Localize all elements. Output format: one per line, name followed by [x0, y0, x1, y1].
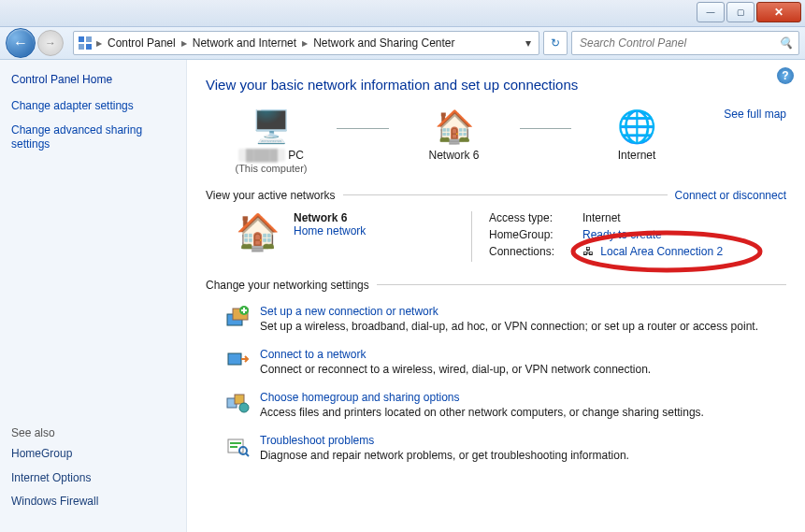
change-adapter-settings-link[interactable]: Change adapter settings — [11, 99, 175, 114]
search-box[interactable]: 🔍 — [571, 31, 799, 55]
house-icon: 🏠 — [435, 108, 474, 145]
change-settings-heading: Change your networking settings — [206, 279, 786, 292]
internet-label: Internet — [618, 149, 656, 162]
see-also-homegroup[interactable]: HomeGroup — [11, 447, 175, 462]
connect-network-desc: Connect or reconnect to a wireless, wire… — [260, 363, 651, 376]
forward-button[interactable]: → — [37, 30, 64, 56]
control-panel-icon — [78, 36, 93, 50]
see-also-internet-options[interactable]: Internet Options — [11, 471, 175, 486]
see-also-windows-firewall[interactable]: Windows Firewall — [11, 495, 175, 510]
network-map: See full map 🖥️ ████ PC (This computer) … — [206, 108, 786, 176]
minimize-button[interactable]: — — [697, 2, 725, 22]
ethernet-icon: 🖧 — [582, 245, 594, 258]
homegroup-label: HomeGroup: — [489, 228, 582, 241]
pc-sub: (This computer) — [235, 163, 307, 174]
change-advanced-sharing-link[interactable]: Change advanced sharing settings — [11, 123, 175, 152]
see-full-map-link[interactable]: See full map — [724, 108, 786, 121]
address-dropdown-icon[interactable]: ▾ — [522, 36, 535, 50]
page-title: View your basic network information and … — [206, 77, 786, 93]
see-also-label: See also — [11, 426, 175, 439]
close-button[interactable]: ✕ — [756, 2, 801, 22]
crumb-sep: ▶ — [300, 39, 309, 48]
active-networks-heading: View your active networks Connect or dis… — [206, 189, 786, 202]
computer-icon: 🖥️ — [252, 108, 291, 145]
setup-connection-desc: Set up a wireless, broadband, dial-up, a… — [260, 320, 758, 333]
access-type-value: Internet — [582, 211, 621, 224]
sidebar: Control Panel Home Change adapter settin… — [0, 60, 187, 532]
network-house-icon: 🏠 — [234, 211, 280, 252]
homegroup-options-desc: Access files and printers located on oth… — [260, 406, 704, 419]
connection-link[interactable]: Local Area Connection 2 — [600, 245, 723, 258]
connections-label: Connections: — [489, 245, 582, 258]
svg-rect-2 — [79, 44, 84, 50]
crumb-sharing-center[interactable]: Network and Sharing Center — [309, 36, 458, 50]
active-network-name: Network 6 — [294, 211, 471, 224]
window: — ▢ ✕ ← → ▶ Control Panel ▶ Network and … — [0, 0, 805, 532]
network-name: Network 6 — [428, 149, 479, 162]
map-connector — [520, 128, 572, 129]
homegroup-link[interactable]: Ready to create — [582, 228, 662, 241]
network-type-link[interactable]: Home network — [294, 224, 471, 237]
map-connector — [337, 128, 389, 129]
crumb-sep: ▶ — [94, 39, 104, 48]
troubleshoot-icon — [224, 434, 251, 458]
new-connection-icon — [224, 305, 251, 329]
titlebar: — ▢ ✕ — [0, 0, 805, 27]
crumb-network-internet[interactable]: Network and Internet — [189, 36, 300, 50]
control-panel-home-link[interactable]: Control Panel Home — [11, 73, 175, 86]
homegroup-options-link[interactable]: Choose homegroup and sharing options — [260, 391, 704, 404]
map-this-computer: 🖥️ ████ PC (This computer) — [206, 108, 337, 176]
svg-rect-1 — [86, 36, 92, 42]
svg-rect-0 — [79, 36, 84, 42]
crumb-control-panel[interactable]: Control Panel — [104, 36, 180, 50]
back-button[interactable]: ← — [6, 28, 36, 58]
connect-network-icon — [224, 348, 251, 372]
maximize-button[interactable]: ▢ — [726, 2, 755, 22]
svg-point-11 — [239, 403, 249, 412]
svg-rect-8 — [228, 353, 241, 365]
access-type-label: Access type: — [489, 211, 582, 224]
refresh-button[interactable]: ↻ — [543, 31, 568, 55]
svg-rect-10 — [235, 395, 244, 404]
nav-bar: ← → ▶ Control Panel ▶ Network and Intern… — [0, 27, 805, 60]
pc-name: PC — [288, 149, 304, 162]
troubleshoot-link[interactable]: Troubleshoot problems — [260, 434, 629, 447]
troubleshoot-desc: Diagnose and repair network problems, or… — [260, 449, 629, 462]
map-internet: 🌐 Internet — [571, 108, 702, 162]
map-network: 🏠 Network 6 — [389, 108, 520, 162]
connect-network-link[interactable]: Connect to a network — [260, 348, 651, 361]
homegroup-icon — [224, 391, 251, 415]
svg-rect-3 — [86, 44, 92, 50]
connect-disconnect-link[interactable]: Connect or disconnect — [675, 189, 786, 202]
search-icon: 🔍 — [779, 36, 793, 50]
main-content: ? View your basic network information an… — [187, 60, 805, 532]
help-icon[interactable]: ? — [777, 67, 794, 84]
search-input[interactable] — [578, 36, 750, 50]
address-bar[interactable]: ▶ Control Panel ▶ Network and Internet ▶… — [73, 31, 539, 55]
crumb-sep: ▶ — [180, 39, 189, 48]
globe-icon: 🌐 — [617, 108, 656, 145]
setup-connection-link[interactable]: Set up a new connection or network — [260, 305, 758, 318]
